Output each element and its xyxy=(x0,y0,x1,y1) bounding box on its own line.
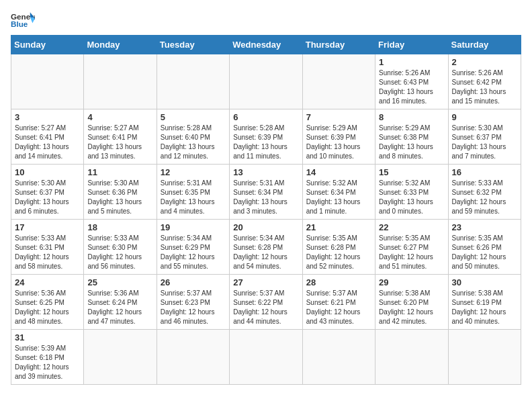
day-number: 24 xyxy=(15,277,80,287)
day-info: Sunrise: 5:39 AM Sunset: 6:18 PM Dayligh… xyxy=(15,344,80,381)
calendar-cell: 14Sunrise: 5:32 AM Sunset: 6:34 PM Dayli… xyxy=(302,165,375,220)
day-number: 31 xyxy=(15,332,80,342)
day-info: Sunrise: 5:27 AM Sunset: 6:41 PM Dayligh… xyxy=(15,124,80,161)
calendar-cell xyxy=(157,330,229,385)
calendar-cell xyxy=(11,54,84,109)
weekday-header-tuesday: Tuesday xyxy=(157,36,229,54)
calendar-cell: 11Sunrise: 5:30 AM Sunset: 6:36 PM Dayli… xyxy=(84,165,157,220)
svg-text:Blue: Blue xyxy=(11,19,28,28)
calendar-cell xyxy=(84,54,157,109)
day-number: 17 xyxy=(15,222,80,232)
day-number: 18 xyxy=(87,222,152,232)
weekday-header-sunday: Sunday xyxy=(11,36,84,54)
calendar-cell xyxy=(84,330,157,385)
day-info: Sunrise: 5:26 AM Sunset: 6:43 PM Dayligh… xyxy=(379,68,444,106)
day-number: 23 xyxy=(452,222,517,232)
calendar-cell: 4Sunrise: 5:27 AM Sunset: 6:41 PM Daylig… xyxy=(84,109,157,165)
day-number: 1 xyxy=(379,57,444,67)
day-number: 26 xyxy=(161,277,226,287)
day-number: 2 xyxy=(452,57,517,67)
day-number: 21 xyxy=(306,222,371,232)
calendar-cell: 12Sunrise: 5:31 AM Sunset: 6:35 PM Dayli… xyxy=(157,165,229,220)
calendar-cell: 25Sunrise: 5:36 AM Sunset: 6:24 PM Dayli… xyxy=(84,275,157,330)
day-number: 16 xyxy=(452,167,517,177)
calendar-cell: 17Sunrise: 5:33 AM Sunset: 6:31 PM Dayli… xyxy=(11,220,84,275)
calendar-cell xyxy=(375,330,448,385)
calendar-cell: 29Sunrise: 5:38 AM Sunset: 6:20 PM Dayli… xyxy=(375,275,448,330)
day-number: 19 xyxy=(161,222,226,232)
day-info: Sunrise: 5:32 AM Sunset: 6:33 PM Dayligh… xyxy=(379,179,444,216)
day-number: 28 xyxy=(306,277,371,287)
weekday-header-thursday: Thursday xyxy=(302,36,375,54)
calendar-cell: 24Sunrise: 5:36 AM Sunset: 6:25 PM Dayli… xyxy=(11,275,84,330)
calendar-cell xyxy=(157,54,229,109)
calendar-cell: 9Sunrise: 5:30 AM Sunset: 6:37 PM Daylig… xyxy=(448,109,521,165)
day-info: Sunrise: 5:26 AM Sunset: 6:42 PM Dayligh… xyxy=(452,68,517,106)
day-info: Sunrise: 5:28 AM Sunset: 6:40 PM Dayligh… xyxy=(161,124,226,161)
day-info: Sunrise: 5:33 AM Sunset: 6:30 PM Dayligh… xyxy=(87,234,152,271)
calendar-cell xyxy=(448,330,521,385)
day-info: Sunrise: 5:27 AM Sunset: 6:41 PM Dayligh… xyxy=(87,124,152,161)
day-number: 12 xyxy=(161,167,226,177)
calendar-cell xyxy=(230,330,302,385)
calendar-cell xyxy=(302,54,375,109)
calendar-cell: 13Sunrise: 5:31 AM Sunset: 6:34 PM Dayli… xyxy=(230,165,302,220)
day-number: 27 xyxy=(233,277,298,287)
day-number: 6 xyxy=(233,112,298,122)
calendar-cell: 10Sunrise: 5:30 AM Sunset: 6:37 PM Dayli… xyxy=(11,165,84,220)
day-number: 11 xyxy=(87,167,152,177)
day-info: Sunrise: 5:30 AM Sunset: 6:37 PM Dayligh… xyxy=(15,179,80,216)
calendar-cell: 31Sunrise: 5:39 AM Sunset: 6:18 PM Dayli… xyxy=(11,330,84,385)
calendar-cell: 5Sunrise: 5:28 AM Sunset: 6:40 PM Daylig… xyxy=(157,109,229,165)
calendar-cell: 22Sunrise: 5:35 AM Sunset: 6:27 PM Dayli… xyxy=(375,220,448,275)
calendar-cell: 16Sunrise: 5:33 AM Sunset: 6:32 PM Dayli… xyxy=(448,165,521,220)
day-number: 4 xyxy=(87,112,152,122)
weekday-header-wednesday: Wednesday xyxy=(230,36,302,54)
day-info: Sunrise: 5:29 AM Sunset: 6:38 PM Dayligh… xyxy=(379,124,444,161)
day-info: Sunrise: 5:38 AM Sunset: 6:19 PM Dayligh… xyxy=(452,289,517,326)
calendar-cell: 30Sunrise: 5:38 AM Sunset: 6:19 PM Dayli… xyxy=(448,275,521,330)
day-info: Sunrise: 5:30 AM Sunset: 6:37 PM Dayligh… xyxy=(452,124,517,161)
day-info: Sunrise: 5:31 AM Sunset: 6:35 PM Dayligh… xyxy=(161,179,226,216)
calendar-cell: 28Sunrise: 5:37 AM Sunset: 6:21 PM Dayli… xyxy=(302,275,375,330)
calendar-cell: 23Sunrise: 5:35 AM Sunset: 6:26 PM Dayli… xyxy=(448,220,521,275)
calendar-cell: 7Sunrise: 5:29 AM Sunset: 6:39 PM Daylig… xyxy=(302,109,375,165)
day-info: Sunrise: 5:37 AM Sunset: 6:23 PM Dayligh… xyxy=(161,289,226,326)
calendar-cell: 3Sunrise: 5:27 AM Sunset: 6:41 PM Daylig… xyxy=(11,109,84,165)
day-info: Sunrise: 5:32 AM Sunset: 6:34 PM Dayligh… xyxy=(306,179,371,216)
day-info: Sunrise: 5:35 AM Sunset: 6:26 PM Dayligh… xyxy=(452,234,517,271)
day-info: Sunrise: 5:30 AM Sunset: 6:36 PM Dayligh… xyxy=(87,179,152,216)
weekday-header-saturday: Saturday xyxy=(448,36,521,54)
day-number: 5 xyxy=(161,112,226,122)
day-number: 25 xyxy=(87,277,152,287)
calendar-cell: 2Sunrise: 5:26 AM Sunset: 6:42 PM Daylig… xyxy=(448,54,521,109)
day-info: Sunrise: 5:33 AM Sunset: 6:32 PM Dayligh… xyxy=(452,179,517,216)
weekday-header-friday: Friday xyxy=(375,36,448,54)
calendar-cell: 18Sunrise: 5:33 AM Sunset: 6:30 PM Dayli… xyxy=(84,220,157,275)
calendar-cell: 19Sunrise: 5:34 AM Sunset: 6:29 PM Dayli… xyxy=(157,220,229,275)
day-info: Sunrise: 5:34 AM Sunset: 6:28 PM Dayligh… xyxy=(233,234,298,271)
calendar-cell: 20Sunrise: 5:34 AM Sunset: 6:28 PM Dayli… xyxy=(230,220,302,275)
day-info: Sunrise: 5:28 AM Sunset: 6:39 PM Dayligh… xyxy=(233,124,298,161)
day-info: Sunrise: 5:37 AM Sunset: 6:22 PM Dayligh… xyxy=(233,289,298,326)
day-number: 3 xyxy=(15,112,80,122)
calendar-cell: 8Sunrise: 5:29 AM Sunset: 6:38 PM Daylig… xyxy=(375,109,448,165)
calendar-cell: 27Sunrise: 5:37 AM Sunset: 6:22 PM Dayli… xyxy=(230,275,302,330)
day-info: Sunrise: 5:38 AM Sunset: 6:20 PM Dayligh… xyxy=(379,289,444,326)
day-number: 9 xyxy=(452,112,517,122)
calendar-cell: 1Sunrise: 5:26 AM Sunset: 6:43 PM Daylig… xyxy=(375,54,448,109)
weekday-header-monday: Monday xyxy=(84,36,157,54)
day-number: 7 xyxy=(306,112,371,122)
day-number: 29 xyxy=(379,277,444,287)
day-number: 14 xyxy=(306,167,371,177)
day-number: 13 xyxy=(233,167,298,177)
day-info: Sunrise: 5:33 AM Sunset: 6:31 PM Dayligh… xyxy=(15,234,80,271)
day-number: 8 xyxy=(379,112,444,122)
day-number: 20 xyxy=(233,222,298,232)
day-info: Sunrise: 5:36 AM Sunset: 6:24 PM Dayligh… xyxy=(87,289,152,326)
day-info: Sunrise: 5:34 AM Sunset: 6:29 PM Dayligh… xyxy=(161,234,226,271)
logo: General Blue xyxy=(11,11,35,30)
day-info: Sunrise: 5:29 AM Sunset: 6:39 PM Dayligh… xyxy=(306,124,371,161)
day-info: Sunrise: 5:37 AM Sunset: 6:21 PM Dayligh… xyxy=(306,289,371,326)
calendar: SundayMondayTuesdayWednesdayThursdayFrid… xyxy=(11,35,521,385)
